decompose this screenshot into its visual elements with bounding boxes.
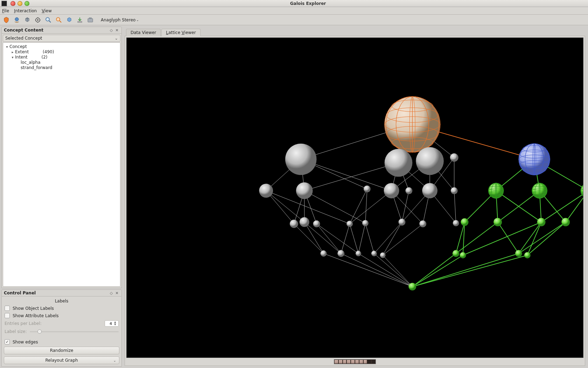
toolbar-cube-stack-icon[interactable] xyxy=(23,16,31,24)
lattice-viewport[interactable] xyxy=(126,38,583,358)
toolbar-magnifier-icon[interactable] xyxy=(44,16,52,24)
menu-file[interactable]: File xyxy=(2,8,9,13)
lattice-node[interactable] xyxy=(561,218,570,226)
tree-node-extent[interactable]: Extent xyxy=(15,49,29,55)
lattice-node[interactable] xyxy=(346,221,353,227)
window-maximize-button[interactable] xyxy=(24,1,29,6)
svg-line-51 xyxy=(374,222,402,254)
spinner-arrows-icon[interactable]: ▲▼ xyxy=(113,321,118,326)
lattice-node[interactable] xyxy=(416,147,444,175)
svg-point-116 xyxy=(364,185,371,192)
show-edges-checkbox[interactable] xyxy=(5,339,10,345)
lattice-node[interactable] xyxy=(408,283,416,291)
svg-point-3 xyxy=(46,18,49,21)
lattice-node[interactable] xyxy=(515,250,522,257)
lattice-node[interactable] xyxy=(460,252,466,258)
tree-toggle-icon[interactable]: ▾ xyxy=(10,55,15,60)
window-minimize-button[interactable] xyxy=(18,1,22,6)
menu-view[interactable]: View xyxy=(42,8,51,13)
entries-per-label-spinner[interactable]: ▲▼ xyxy=(105,320,119,327)
toolbar-folder-save-icon[interactable] xyxy=(86,16,94,24)
svg-line-81 xyxy=(412,253,519,287)
lattice-node[interactable] xyxy=(524,252,531,258)
chevron-down-icon: ⌄ xyxy=(115,36,118,41)
toolbar-download-icon[interactable] xyxy=(76,16,84,24)
lattice-node[interactable] xyxy=(356,251,361,256)
window-title: Galois Explorer xyxy=(29,1,587,6)
svg-line-57 xyxy=(374,253,412,287)
lattice-node[interactable] xyxy=(384,183,399,198)
tree-node-intent[interactable]: Intent xyxy=(15,55,28,60)
lattice-node[interactable] xyxy=(461,218,469,226)
svg-point-168 xyxy=(461,218,469,226)
lattice-node[interactable] xyxy=(453,250,460,257)
lattice-node[interactable] xyxy=(320,250,327,257)
toolbar: Anaglyph Stereo ⌄ xyxy=(0,15,588,25)
svg-line-16 xyxy=(304,163,399,191)
lattice-node[interactable] xyxy=(285,144,317,175)
lattice-node[interactable] xyxy=(337,250,344,257)
svg-point-175 xyxy=(371,251,377,256)
slider-thumb[interactable] xyxy=(37,329,42,334)
tree-leaf-loc-alpha[interactable]: loc_alpha xyxy=(21,60,41,65)
toolbar-target-icon[interactable] xyxy=(34,16,42,24)
lattice-node[interactable] xyxy=(451,187,458,194)
menu-interaction[interactable]: Interaction xyxy=(14,8,37,13)
show-object-labels-checkbox[interactable] xyxy=(5,306,10,311)
lattice-node[interactable] xyxy=(519,144,550,175)
tree-toggle-icon[interactable]: ▾ xyxy=(5,44,9,49)
lattice-node[interactable] xyxy=(453,220,459,226)
lattice-node[interactable] xyxy=(300,217,309,227)
svg-line-65 xyxy=(498,191,539,222)
lattice-node[interactable] xyxy=(422,183,438,198)
lattice-node[interactable] xyxy=(385,96,440,152)
svg-point-169 xyxy=(493,218,502,226)
lattice-node[interactable] xyxy=(398,219,405,226)
tree-toggle-icon[interactable]: ▸ xyxy=(10,49,15,55)
randomize-button[interactable]: Randomize xyxy=(4,347,119,354)
label-size-slider[interactable] xyxy=(30,329,119,334)
lattice-node[interactable] xyxy=(450,154,458,162)
lattice-node[interactable] xyxy=(371,251,377,256)
panel-close-icon[interactable]: ✕ xyxy=(114,291,119,295)
svg-line-78 xyxy=(527,222,566,255)
lattice-node[interactable] xyxy=(581,183,583,198)
show-object-labels-label: Show Object Labels xyxy=(13,306,54,311)
lattice-node[interactable] xyxy=(405,187,412,194)
tree-leaf-strand-forward[interactable]: strand_forward xyxy=(21,65,52,70)
window-close-button[interactable] xyxy=(10,1,15,6)
lattice-node[interactable] xyxy=(532,183,547,198)
lattice-node[interactable] xyxy=(537,218,546,226)
lattice-node[interactable] xyxy=(296,182,313,199)
panel-undock-icon[interactable]: ◇ xyxy=(109,28,114,33)
lattice-node[interactable] xyxy=(419,220,426,227)
stereo-mode-dropdown[interactable]: Anaglyph Stereo ⌄ xyxy=(99,17,140,23)
tab-lattice-viewer[interactable]: Lattice Viewer xyxy=(161,29,200,36)
svg-line-37 xyxy=(402,191,409,222)
lattice-node[interactable] xyxy=(488,183,504,198)
svg-line-53 xyxy=(383,224,423,255)
panel-close-icon[interactable]: ✕ xyxy=(114,28,119,33)
lattice-node[interactable] xyxy=(313,220,320,227)
toolbar-globe-hand-icon[interactable] xyxy=(13,16,21,24)
lattice-node[interactable] xyxy=(259,184,273,198)
relayout-graph-button[interactable]: Relayout Graph ⌄ xyxy=(4,356,119,364)
tab-data-viewer[interactable]: Data Viewer xyxy=(126,29,161,36)
svg-line-73 xyxy=(498,222,519,254)
show-attribute-labels-checkbox[interactable] xyxy=(5,313,10,318)
selected-concept-dropdown[interactable]: Selected Concept ⌄ xyxy=(3,35,120,42)
lattice-node[interactable] xyxy=(380,252,386,258)
stereo-mode-label: Anaglyph Stereo xyxy=(101,18,135,22)
panel-undock-icon[interactable]: ◇ xyxy=(109,291,114,295)
lattice-node[interactable] xyxy=(385,149,413,177)
lattice-node[interactable] xyxy=(362,220,369,226)
toolbar-cube-blue-icon[interactable] xyxy=(65,16,74,24)
lattice-node[interactable] xyxy=(290,220,298,228)
concept-tree[interactable]: ▾ Concept ▸ Extent (490) ▾ Intent (2) xyxy=(3,42,120,287)
lattice-node[interactable] xyxy=(364,185,371,192)
entries-per-label-input[interactable] xyxy=(105,321,113,326)
toolbar-magnifier-orange-icon[interactable] xyxy=(55,16,63,24)
toolbar-shield-icon[interactable] xyxy=(2,16,10,24)
tree-node-concept[interactable]: Concept xyxy=(9,44,27,49)
lattice-node[interactable] xyxy=(493,218,502,226)
